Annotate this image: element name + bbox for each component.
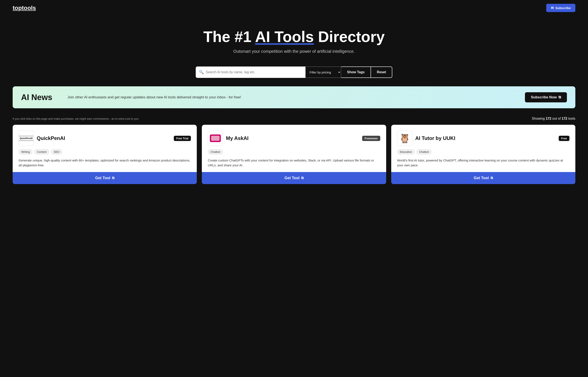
external-link-icon: ⧉: [301, 176, 304, 180]
search-icon: 🔍: [199, 70, 204, 74]
card-myaskai: My AskAI Freemium Chatbot Create custom …: [202, 125, 386, 184]
card-logo: 🦉: [397, 131, 412, 146]
pricing-badge: Freemium: [362, 136, 380, 141]
navbar: toptools ✉ Subscribe: [0, 0, 588, 16]
card-description: Generate unique, high-quality content wi…: [19, 158, 191, 168]
search-input[interactable]: [206, 70, 302, 74]
news-banner: AI News Join other AI enthusiasts and ge…: [13, 86, 575, 108]
tool-name: My AskAI: [226, 135, 249, 141]
tag-content[interactable]: Content: [34, 149, 49, 154]
external-link-icon: ⧉: [558, 95, 561, 99]
tag-chatbot[interactable]: Chatbot: [208, 149, 223, 154]
get-tool-button[interactable]: Get Tool ⧉: [13, 172, 197, 184]
myaskai-logo-graphic: [210, 134, 221, 142]
reset-button[interactable]: Reset: [371, 67, 393, 78]
subscribe-button[interactable]: ✉ Subscribe: [546, 4, 575, 12]
tool-name: QuickPenAI: [37, 135, 65, 141]
tag-writing[interactable]: Writing: [19, 149, 33, 154]
card-logo-name: 🦉 AI Tutor by UUKI: [397, 131, 455, 146]
affiliate-note: If you click links on this page and make…: [13, 117, 139, 120]
owl-icon: 🦉: [399, 133, 410, 143]
tool-count: Showing 172 out of 172 tools: [532, 117, 575, 120]
hero-section: The #1 AI Tools Directory Outsmart your …: [0, 16, 588, 64]
mail-icon: ✉: [551, 6, 554, 10]
card-header: My AskAI Freemium: [208, 131, 380, 146]
card-header: QuickPenAI QuickPenAI Free Trial: [19, 131, 191, 146]
card-quickpenai: QuickPenAI QuickPenAI Free Trial Writing…: [13, 125, 197, 184]
card-logo: [208, 131, 223, 146]
card-description: World's first AI tutor, powered by ChatG…: [397, 158, 569, 168]
tag-seo[interactable]: SEO: [51, 149, 62, 154]
hero-subtitle: Outsmart your competition with the power…: [4, 49, 584, 54]
meta-row: If you click links on this page and make…: [0, 117, 588, 125]
tag-education[interactable]: Education: [397, 149, 415, 154]
card-logo-name: QuickPenAI QuickPenAI: [19, 131, 65, 146]
tag-list: Writing Content SEO: [19, 149, 191, 154]
card-logo-name: My AskAI: [208, 131, 249, 146]
show-tags-button[interactable]: Show Tags: [341, 67, 371, 78]
tag-chatbot[interactable]: Chatbot: [416, 149, 431, 154]
tool-name: AI Tutor by UUKI: [415, 135, 455, 141]
card-aitutor: 🦉 AI Tutor by UUKI Free Education Chatbo…: [391, 125, 575, 184]
card-description: Create custom ChatGPTs with your content…: [208, 158, 380, 168]
search-section: 🔍 Filter by pricing Free Freemium Free T…: [178, 64, 410, 86]
get-tool-button[interactable]: Get Tool ⧉: [391, 172, 575, 184]
get-tool-button[interactable]: Get Tool ⧉: [202, 172, 386, 184]
quickpenai-logo-text: QuickPenAI: [19, 136, 34, 141]
card-logo: QuickPenAI: [19, 131, 34, 146]
pricing-badge: Free: [559, 136, 569, 141]
external-link-icon: ⧉: [491, 176, 493, 180]
pricing-badge: Free Trial: [174, 136, 191, 141]
tag-list: Chatbot: [208, 149, 380, 154]
news-banner-title: AI News: [21, 93, 59, 102]
external-link-icon: ⧉: [112, 176, 114, 180]
card-header: 🦉 AI Tutor by UUKI Free: [397, 131, 569, 146]
hero-title: The #1 AI Tools Directory: [4, 28, 584, 45]
logo[interactable]: toptools: [13, 5, 36, 12]
pricing-filter-select[interactable]: Filter by pricing Free Freemium Free Tri…: [305, 67, 341, 78]
cards-grid: QuickPenAI QuickPenAI Free Trial Writing…: [0, 125, 588, 197]
tag-list: Education Chatbot: [397, 149, 569, 154]
news-banner-text: Join other AI enthusiasts and get regula…: [68, 94, 517, 100]
subscribe-now-button[interactable]: Subscribe Now ⧉: [525, 92, 567, 102]
search-wrapper: 🔍: [196, 67, 305, 78]
